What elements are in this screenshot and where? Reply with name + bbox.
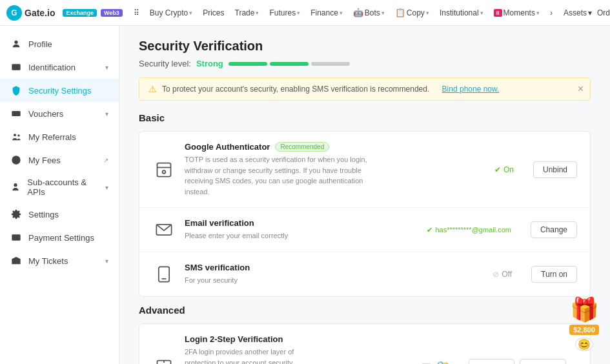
nav-trade[interactable]: Trade ▾ <box>232 8 263 17</box>
main-content: Security Verification Security level: St… <box>119 26 610 364</box>
svg-rect-5 <box>12 111 20 116</box>
email-status-email: ✔ has*********@gmail.com <box>427 226 511 234</box>
advanced-card: Login 2-Step Verification 2FA login prov… <box>139 323 591 364</box>
sidebar-item-profile[interactable]: Profile <box>0 32 119 56</box>
id-icon <box>10 61 22 73</box>
sidebar-tickets-label: My Tickets <box>28 256 68 266</box>
login-2step-name: Login 2-Step Verification <box>185 334 283 344</box>
sms-status-text: Off <box>502 270 512 279</box>
security-level-label: Security level: <box>139 59 191 68</box>
sidebar-subaccounts-label: Sub-accounts & APIs <box>27 177 99 197</box>
email-address: has*********@gmail.com <box>435 226 511 234</box>
google-auth-badge: Recommended <box>275 142 329 152</box>
turn-on-sms-button[interactable]: Turn on <box>531 266 577 283</box>
sms-status-off: ⊘ Off <box>493 270 512 279</box>
login-2step-row: Login 2-Step Verification 2FA login prov… <box>139 324 590 364</box>
login-2step-actions: Turn off Change × <box>469 359 577 364</box>
sidebar-item-referrals[interactable]: My Referrals <box>0 125 119 148</box>
sidebar-item-fees[interactable]: My Fees ↗ <box>0 148 119 172</box>
sidebar-profile-label: Profile <box>28 39 52 49</box>
nav-more[interactable]: › <box>547 8 556 17</box>
nav-moments[interactable]: II Moments ▾ <box>491 8 543 17</box>
security-progress-bars <box>229 62 350 66</box>
email-name: Email verification <box>185 218 254 228</box>
nav-order[interactable]: Order ▾ <box>597 8 610 17</box>
google-auth-name: Google Authenticator <box>185 142 270 152</box>
logo-icon: G <box>6 5 22 21</box>
sms-actions: Turn on <box>531 266 577 283</box>
gift-widget[interactable]: 🎁 $2,800 😊 <box>565 306 604 351</box>
sidebar-item-payment[interactable]: Payment Settings <box>0 226 119 249</box>
svg-point-8 <box>14 134 16 136</box>
web3-badge: Web3 <box>101 9 123 17</box>
google-auth-info: Google Authenticator Recommended TOTP is… <box>185 142 376 197</box>
sms-verification-row: SMS verification For your security ⊘ Off… <box>139 252 590 296</box>
login-2step-status-icons: ✉ 🔐 <box>422 360 449 364</box>
advanced-section-title: Advanced <box>139 305 591 316</box>
email-info: Email verification Please enter your ema… <box>185 218 373 241</box>
svg-point-10 <box>12 156 20 164</box>
referral-icon <box>10 131 22 143</box>
gift-smiley-icon: 😊 <box>575 338 593 351</box>
login-2step-icon <box>152 356 176 364</box>
sidebar-referrals-label: My Referrals <box>28 132 76 142</box>
page-title: Security Verification <box>139 39 591 54</box>
nav-copy[interactable]: 📋 Copy ▾ <box>392 8 432 17</box>
nav-futures[interactable]: Futures ▾ <box>266 8 303 17</box>
person-icon <box>10 38 22 50</box>
nav-finance[interactable]: Finance ▾ <box>307 8 346 17</box>
turn-off-2step-button[interactable]: Turn off <box>469 359 514 364</box>
email-desc: Please enter your email correctly <box>185 230 373 241</box>
sidebar-item-tickets[interactable]: My Tickets ▾ <box>0 249 119 272</box>
nav-institutional[interactable]: Institutional ▾ <box>436 8 487 17</box>
gift-price: $2,800 <box>569 325 599 335</box>
basic-card: Google Authenticator Recommended TOTP is… <box>139 131 591 297</box>
change-email-button[interactable]: Change <box>531 221 577 238</box>
google-auth-status-on: ✔ On <box>494 165 514 174</box>
voucher-icon <box>10 108 22 119</box>
close-2step-icon[interactable]: × <box>571 361 577 364</box>
sidebar-item-settings[interactable]: Settings <box>0 203 119 226</box>
basic-section-title: Basic <box>139 112 591 123</box>
nav-buy-crypto[interactable]: Buy Crypto ▾ <box>147 8 196 17</box>
nav-apps[interactable]: ⠿ <box>130 8 143 17</box>
google-auth-desc: TOTP is used as a security verification … <box>185 154 376 197</box>
svg-point-11 <box>14 183 17 187</box>
sidebar-fees-label: My Fees <box>28 156 61 165</box>
warning-close-button[interactable]: × <box>578 83 584 95</box>
logo-text: Gate.io <box>25 8 55 18</box>
email-check-icon: ✔ <box>427 226 432 234</box>
nav-prices[interactable]: Prices <box>199 8 227 17</box>
email-actions: Change <box>531 221 577 238</box>
sidebar-item-vouchers[interactable]: Vouchers ▾ <box>0 102 119 125</box>
google-auth-actions: Unbind <box>533 161 577 178</box>
shield-icon <box>10 85 22 96</box>
ticket-icon <box>10 255 22 267</box>
google-auth-row: Google Authenticator Recommended TOTP is… <box>139 132 590 208</box>
sms-off-icon: ⊘ <box>493 270 499 279</box>
warning-banner: ⚠ To protect your account's security, en… <box>139 77 591 101</box>
sidebar-item-subaccounts[interactable]: Sub-accounts & APIs ▾ <box>0 172 119 203</box>
email-status: ✔ has*********@gmail.com <box>382 226 511 234</box>
settings-icon <box>10 208 22 220</box>
identification-arrow: ▾ <box>105 64 108 71</box>
warning-text: To protect your account's security, enab… <box>162 85 429 94</box>
sidebar-item-security[interactable]: Security Settings <box>0 79 119 102</box>
nav-bots[interactable]: 🤖 Bots ▾ <box>350 8 388 17</box>
svg-rect-13 <box>12 234 20 240</box>
google-auth-icon <box>152 158 176 181</box>
tickets-arrow: ▾ <box>105 258 108 265</box>
warning-link[interactable]: Bind phone now. <box>442 85 500 94</box>
security-level: Security level: Strong <box>139 59 591 68</box>
sidebar-item-identification[interactable]: Identification ▾ <box>0 56 119 79</box>
sidebar-security-label: Security Settings <box>28 86 92 96</box>
security-level-value: Strong <box>196 59 223 68</box>
exchange-badge: Exchange <box>63 9 97 17</box>
sidebar: Profile Identification ▾ Security Settin… <box>0 26 119 364</box>
change-2step-button[interactable]: Change <box>520 359 566 364</box>
nav-assets[interactable]: Assets ▾ <box>564 8 592 17</box>
sidebar-payment-label: Payment Settings <box>28 233 94 243</box>
subaccounts-arrow: ▾ <box>105 184 108 191</box>
logo[interactable]: G Gate.io <box>6 5 55 21</box>
unbind-button[interactable]: Unbind <box>533 161 577 178</box>
